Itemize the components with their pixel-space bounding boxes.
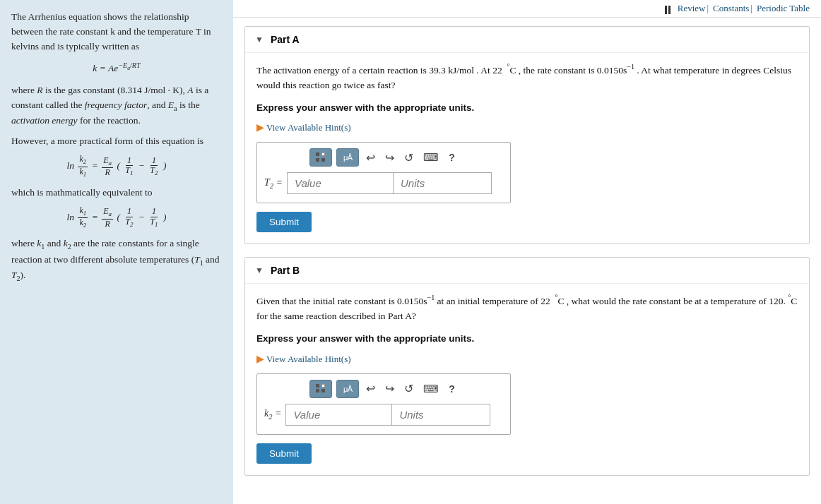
part-a-answer-box: μÅ ↩ ↪ ↺ ⌨ ? T2 = bbox=[256, 142, 511, 203]
equation3-display: ln k1 k2 = Ea R ( 1 T2 − 1 T1 ) bbox=[11, 206, 222, 230]
part-a-help-btn[interactable]: ? bbox=[446, 150, 458, 164]
sep1: | bbox=[707, 3, 709, 14]
part-b-label: Part B bbox=[271, 265, 300, 276]
part-b-help-btn[interactable]: ? bbox=[446, 382, 458, 396]
part-b-hint[interactable]: ▶ View Available Hint(s) bbox=[256, 354, 798, 365]
part-a-express: Express your answer with the appropriate… bbox=[256, 100, 798, 116]
part-b-reset-btn[interactable]: ↺ bbox=[401, 380, 416, 397]
part-a-label: Part A bbox=[271, 34, 300, 45]
part-a-undo-btn[interactable]: ↩ bbox=[363, 150, 378, 166]
part-a-question: The activation energy of a certain react… bbox=[256, 61, 798, 93]
pause-icon bbox=[665, 6, 672, 14]
part-b-arrow: ▼ bbox=[255, 265, 264, 276]
hint-arrow-icon: ▶ bbox=[256, 122, 264, 133]
part-b-express: Express your answer with the appropriate… bbox=[256, 331, 798, 347]
part-b-question: Given that the initial rate constant is … bbox=[256, 292, 798, 324]
part-b-matrix-btn[interactable] bbox=[309, 380, 332, 398]
part-a-matrix-btn[interactable] bbox=[309, 148, 332, 167]
part-a-hint[interactable]: ▶ View Available Hint(s) bbox=[256, 122, 798, 133]
part-a-units-input[interactable] bbox=[393, 172, 492, 194]
part-b-hint-label: View Available Hint(s) bbox=[266, 354, 351, 365]
part-b-undo-btn[interactable]: ↩ bbox=[363, 380, 378, 397]
part-b-keyboard-btn[interactable]: ⌨ bbox=[420, 381, 442, 397]
content-area: ▼ Part A The activation energy of a cert… bbox=[233, 18, 821, 504]
part-b-value-input[interactable] bbox=[285, 404, 391, 426]
part-a-section: ▼ Part A The activation energy of a cert… bbox=[244, 26, 810, 244]
part-b-redo-btn[interactable]: ↪ bbox=[382, 380, 397, 397]
review-link[interactable]: Review bbox=[678, 3, 706, 14]
part-a-redo-btn[interactable]: ↪ bbox=[382, 150, 397, 166]
part-a-keyboard-btn[interactable]: ⌨ bbox=[420, 150, 442, 165]
part-b-submit-btn[interactable]: Submit bbox=[256, 443, 312, 464]
equation1-display: k = Ae−Ea/RT bbox=[11, 60, 222, 76]
part-a-body: The activation energy of a certain react… bbox=[245, 53, 809, 244]
constants-link[interactable]: Constants bbox=[713, 3, 749, 14]
sidebar-desc3: where k1 and k2 are the rate constants f… bbox=[11, 236, 222, 284]
part-b-section: ▼ Part B Given that the initial rate con… bbox=[244, 257, 810, 475]
part-a-value-input[interactable] bbox=[287, 172, 393, 194]
part-a-header[interactable]: ▼ Part A bbox=[245, 27, 809, 53]
part-b-header[interactable]: ▼ Part B bbox=[245, 258, 809, 284]
part-a-arrow: ▼ bbox=[255, 35, 264, 45]
part-b-input-row: k2 = bbox=[264, 404, 503, 426]
part-a-toolbar: μÅ ↩ ↪ ↺ ⌨ ? bbox=[264, 148, 503, 167]
equation2-display: ln k2 k1 = Ea R ( 1 T1 − 1 T2 ) bbox=[11, 155, 222, 179]
part-a-submit-btn[interactable]: Submit bbox=[256, 212, 312, 232]
part-b-units-input[interactable] bbox=[391, 404, 490, 426]
top-bar: Review | Constants | Periodic Table bbox=[233, 0, 821, 18]
part-a-symbol-btn[interactable]: μÅ bbox=[336, 148, 359, 167]
part-b-answer-box: μÅ ↩ ↪ ↺ ⌨ ? k2 = bbox=[256, 373, 511, 435]
part-a-hint-label: View Available Hint(s) bbox=[266, 122, 351, 133]
sidebar-desc1: where R is the gas constant (8.314 J/mol… bbox=[11, 83, 222, 128]
sidebar-transition: However, a more practical form of this e… bbox=[11, 134, 222, 149]
sidebar-desc2: which is mathmatically equivalent to bbox=[11, 186, 222, 200]
part-a-reset-btn[interactable]: ↺ bbox=[401, 150, 416, 166]
periodic-table-link[interactable]: Periodic Table bbox=[757, 3, 810, 14]
part-b-hint-arrow-icon: ▶ bbox=[256, 354, 264, 365]
part-a-input-label: T2 = bbox=[264, 177, 283, 190]
sep2: | bbox=[750, 3, 752, 14]
part-b-symbol-btn[interactable]: μÅ bbox=[336, 380, 359, 398]
sidebar-intro: The Arrhenius equation shows the relatio… bbox=[11, 10, 222, 54]
part-b-toolbar: μÅ ↩ ↪ ↺ ⌨ ? bbox=[264, 380, 503, 398]
part-a-input-row: T2 = bbox=[264, 172, 503, 194]
part-b-input-label: k2 = bbox=[264, 408, 281, 421]
sidebar: The Arrhenius equation shows the relatio… bbox=[0, 0, 233, 504]
main-content: Review | Constants | Periodic Table ▼ Pa… bbox=[233, 0, 821, 504]
part-b-body: Given that the initial rate constant is … bbox=[245, 284, 809, 474]
